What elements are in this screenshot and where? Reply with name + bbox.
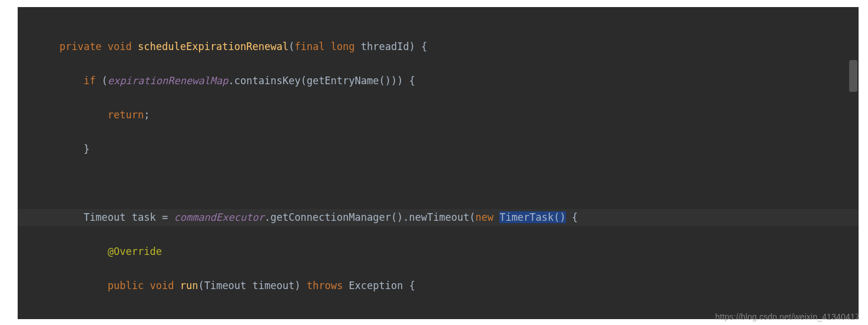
semicolon: ;	[144, 109, 150, 121]
brace: {	[415, 41, 427, 52]
param-type: Timeout	[204, 280, 253, 291]
keyword-throws: throws	[300, 280, 349, 291]
code-line: return;	[18, 107, 859, 124]
keyword-return: return	[108, 109, 144, 121]
text: .getConnectionManager().newTimeout(	[264, 211, 475, 223]
keyword-if: if	[84, 75, 95, 87]
selection-timertask[interactable]: TimerTask()	[499, 211, 566, 223]
call-getentryname: getEntryName	[307, 75, 379, 87]
brace: {	[566, 211, 578, 223]
brace: {	[403, 280, 415, 291]
keyword-private: private	[59, 41, 102, 52]
space	[493, 211, 499, 223]
code-line: }	[18, 141, 859, 158]
type-exception: Exception	[349, 280, 403, 291]
code-line: private void scheduleExpirationRenewal(f…	[18, 38, 859, 55]
scrollbar-thumb[interactable]	[849, 60, 857, 92]
annotation-override: @Override	[108, 246, 162, 257]
paren: (	[289, 41, 294, 52]
keyword-public: public	[108, 280, 144, 291]
paren: (	[300, 75, 306, 87]
code-line-highlighted: Timeout task = commandExecutor.getConnec…	[18, 209, 859, 226]
param-threadid: threadId	[361, 41, 409, 52]
dot: .	[228, 75, 234, 87]
brace: }	[84, 143, 90, 155]
ctor-timertask: TimerTask()	[499, 211, 566, 223]
code-line: @Override	[18, 243, 859, 260]
paren: )	[409, 41, 415, 52]
brace: {	[403, 75, 415, 87]
keyword-void: void	[108, 41, 132, 52]
keyword-void: void	[150, 280, 174, 291]
method-name: scheduleExpirationRenewal	[138, 41, 289, 52]
text: Timeout task =	[84, 211, 174, 223]
code-line: if (expirationRenewalMap.containsKey(get…	[18, 72, 859, 89]
param-timeout: timeout	[253, 280, 295, 291]
paren: (	[198, 280, 204, 291]
code-line: public void run(Timeout timeout) throws …	[18, 277, 859, 294]
call-containskey: containsKey	[234, 75, 301, 87]
code-line	[18, 175, 859, 192]
code-line	[18, 311, 859, 319]
paren: )	[294, 280, 300, 291]
field-map: expirationRenewalMap	[108, 75, 228, 87]
method-run: run	[180, 280, 198, 291]
keyword-final: final	[294, 41, 324, 52]
paren: (	[95, 75, 107, 87]
field-commandexecutor: commandExecutor	[174, 211, 264, 223]
keyword-long: long	[331, 41, 355, 52]
code-editor[interactable]: private void scheduleExpirationRenewal(f…	[18, 7, 859, 319]
keyword-new: new	[475, 211, 493, 223]
paren: ()))	[379, 75, 403, 87]
code-area[interactable]: private void scheduleExpirationRenewal(f…	[18, 7, 859, 319]
